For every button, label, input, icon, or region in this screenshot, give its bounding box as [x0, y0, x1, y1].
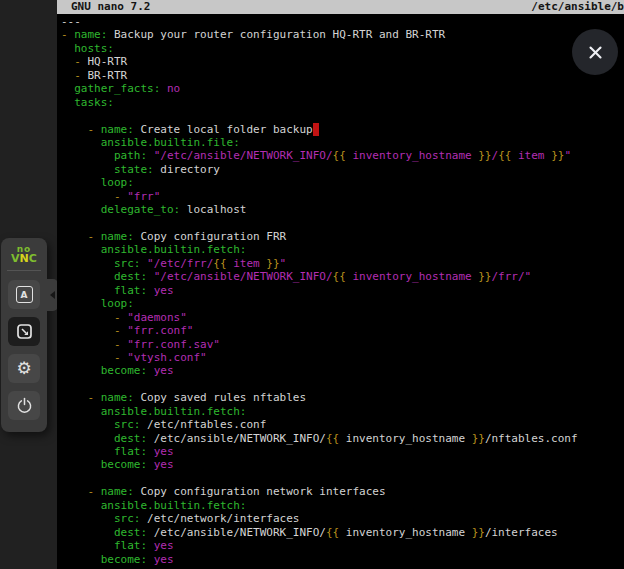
editor-line: flat: yes — [61, 445, 624, 458]
extra-keys-button[interactable]: A — [8, 280, 40, 309]
editor-line: hosts: — [61, 42, 624, 55]
close-button[interactable] — [572, 29, 618, 75]
editor-line: become: yes — [61, 458, 624, 471]
editor-line: gather_facts: no — [61, 82, 624, 95]
editor-line: - "frr.conf.sav" — [61, 338, 624, 351]
editor-line: - name: Create local folder backup — [61, 123, 624, 136]
vnc-background: no VNC A ⚙ — [0, 0, 57, 569]
editor-line: flat: yes — [61, 539, 624, 552]
editor-line — [61, 109, 624, 122]
editor-line: state: directory — [61, 163, 624, 176]
editor-line: dest: /etc/ansible/NETWORK_INFO/{{ inven… — [61, 526, 624, 539]
editor-line: dest: "/etc/ansible/NETWORK_INFO/{{ inve… — [61, 270, 624, 283]
editor-line: ansible.builtin.fetch: — [61, 499, 624, 512]
collapse-arrow-icon — [50, 291, 55, 299]
editor-line — [61, 217, 624, 230]
terminal: GNU nano 7.2 /etc/ansible/b ---- name: B… — [57, 0, 624, 569]
editor-line: loop: — [61, 297, 624, 310]
a-key-icon: A — [16, 286, 33, 303]
editor-line: become: yes — [61, 364, 624, 377]
editor-line: ansible.builtin.fetch: — [61, 243, 624, 256]
editor-line: path: "/etc/ansible/NETWORK_INFO/{{ inve… — [61, 149, 624, 162]
novnc-control-bar: no VNC A ⚙ — [1, 238, 47, 432]
editor-line: ansible.builtin.fetch: — [61, 405, 624, 418]
editor-line — [61, 378, 624, 391]
novnc-logo-vnc: VNC — [1, 253, 47, 264]
editor-line: ansible.builtin.file: — [61, 136, 624, 149]
editor-line: become: yes — [61, 553, 624, 566]
settings-button[interactable]: ⚙ — [8, 354, 40, 383]
editor-line: tasks: — [61, 96, 624, 109]
editor-line: - HQ-RTR — [61, 55, 624, 68]
editor-line: - name: Copy configuration FRR — [61, 230, 624, 243]
editor-line: - name: Copy configuration network inter… — [61, 485, 624, 498]
fullscreen-button[interactable] — [8, 317, 40, 346]
fullscreen-icon — [16, 323, 33, 340]
close-icon — [586, 43, 605, 62]
vnc-screen: no VNC A ⚙ — [0, 0, 624, 569]
editor-line: - name: Copy saved rules nftables — [61, 391, 624, 404]
power-button[interactable] — [8, 391, 40, 420]
text-cursor — [313, 123, 320, 136]
editor-line: dest: /etc/ansible/NETWORK_INFO/{{ inven… — [61, 432, 624, 445]
editor-line: --- — [61, 15, 624, 28]
editor-content[interactable]: ---- name: Backup your router configurat… — [57, 14, 624, 566]
editor-line — [61, 472, 624, 485]
editor-line: - "frr" — [61, 190, 624, 203]
novnc-logo: no VNC — [1, 245, 47, 264]
nano-filepath: /etc/ansible/b — [531, 0, 624, 14]
editor-line: flat: yes — [61, 284, 624, 297]
nano-titlebar: GNU nano 7.2 /etc/ansible/b — [57, 0, 624, 14]
editor-line: delegate_to: localhost — [61, 203, 624, 216]
editor-line: - "daemons" — [61, 311, 624, 324]
power-icon — [16, 397, 33, 414]
editor-line: - "frr.conf" — [61, 324, 624, 337]
editor-line: - "vtysh.conf" — [61, 351, 624, 364]
editor-line: src: /etc/network/interfaces — [61, 512, 624, 525]
editor-line: src: "/etc/frr/{{ item }}" — [61, 257, 624, 270]
gear-icon: ⚙ — [16, 360, 31, 377]
editor-line: - BR-RTR — [61, 69, 624, 82]
logo-divider — [7, 270, 41, 271]
editor-line: src: /etc/nftables.conf — [61, 418, 624, 431]
nano-version: GNU nano 7.2 — [71, 0, 150, 14]
editor-line: - name: Backup your router configuration… — [61, 28, 624, 41]
editor-line: loop: — [61, 176, 624, 189]
